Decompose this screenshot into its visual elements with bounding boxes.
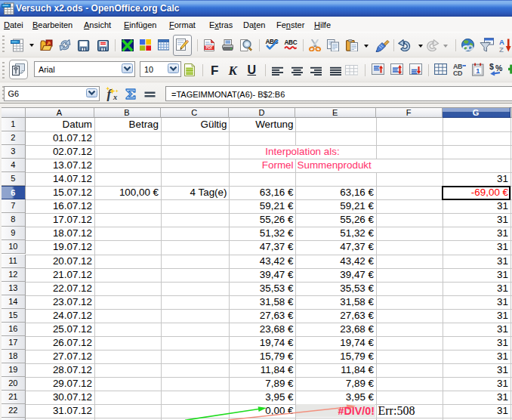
svg-text:x: x	[113, 93, 117, 101]
svg-text:PDF: PDF	[205, 46, 212, 50]
svg-text:1: 1	[476, 66, 480, 74]
svg-text:Z: Z	[499, 45, 504, 52]
svg-text:ABC: ABC	[284, 39, 297, 46]
svg-text:%: %	[495, 63, 503, 72]
svg-text:$: $	[489, 62, 494, 71]
svg-text:CD: CD	[453, 69, 462, 76]
